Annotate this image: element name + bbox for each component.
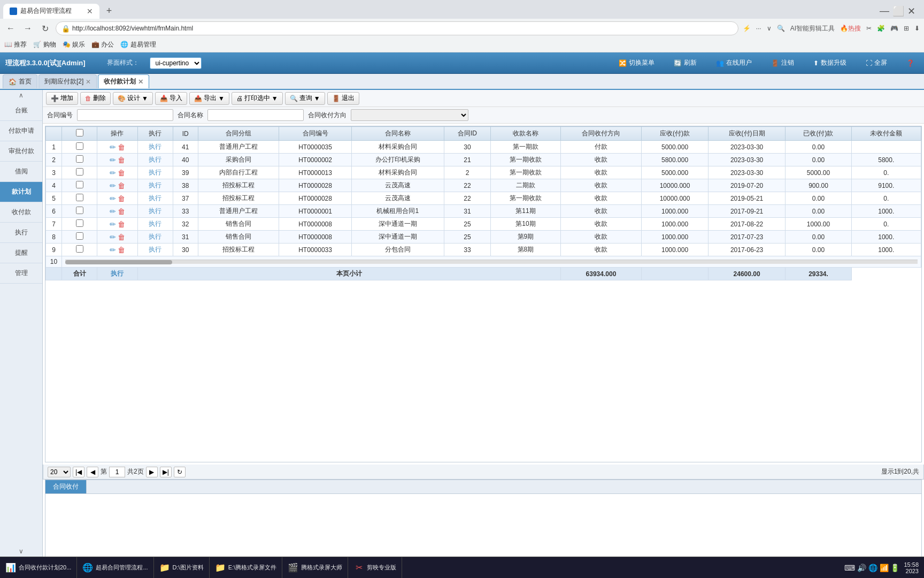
row-delete-8[interactable]: 🗑	[118, 233, 125, 241]
sidebar-item-payment-apply[interactable]: 付款申请	[0, 121, 42, 141]
row-checkbox-6[interactable]	[62, 205, 97, 218]
prev-page-button[interactable]: ◀	[87, 467, 98, 477]
download-icon[interactable]: ⬇	[914, 25, 920, 32]
row-delete-2[interactable]: 🗑	[118, 156, 125, 164]
row-checkbox-1[interactable]	[62, 141, 97, 154]
row-checkbox-5[interactable]	[62, 192, 97, 205]
print-selected-button[interactable]: 🖨 打印选中 ▼	[232, 92, 283, 105]
row-delete-4[interactable]: 🗑	[118, 181, 125, 190]
import-button[interactable]: 📥 导入	[155, 92, 187, 105]
sidebar-item-manage[interactable]: 管理	[0, 263, 42, 284]
switch-menu-button[interactable]: 🔀 切换菜单	[614, 57, 659, 69]
row-execute-6[interactable]: 执行	[137, 205, 173, 218]
back-button[interactable]: ←	[4, 22, 17, 35]
bookmark-yule[interactable]: 🎭 娱乐	[63, 40, 85, 49]
bookmark-gouwu[interactable]: 🛒 购物	[33, 40, 56, 49]
add-button[interactable]: ➕ 增加	[46, 92, 78, 105]
extensions-icon[interactable]: 🧩	[877, 25, 885, 32]
refresh-button[interactable]: ↻	[38, 22, 51, 35]
new-tab-button[interactable]: +	[102, 4, 117, 19]
more-button[interactable]: ···	[756, 25, 761, 32]
row-delete-1[interactable]: 🗑	[118, 143, 125, 151]
row-delete-6[interactable]: 🗑	[118, 207, 125, 216]
delete-button[interactable]: 🗑 删除	[80, 92, 111, 105]
contract-name-input[interactable]	[207, 109, 304, 121]
row-delete-5[interactable]: 🗑	[118, 194, 125, 203]
row-execute-2[interactable]: 执行	[137, 154, 173, 166]
sidebar-item-execute[interactable]: 执行	[0, 223, 42, 243]
minimize-button[interactable]: —	[880, 5, 889, 17]
edit-icon-3[interactable]: ✏	[110, 169, 116, 177]
row-execute-9[interactable]: 执行	[137, 244, 173, 256]
contract-no-input[interactable]	[77, 109, 173, 121]
tab-due-payment-close[interactable]: ✕	[86, 78, 91, 86]
search-icon[interactable]: 🔍	[777, 25, 785, 32]
page-size-select[interactable]: 20 50 100	[48, 467, 71, 477]
row-execute-8[interactable]: 执行	[137, 231, 173, 244]
total-execute[interactable]: 执行	[97, 268, 138, 280]
forward-button[interactable]: →	[21, 22, 34, 35]
sidebar-item-ledger[interactable]: 台账	[0, 101, 42, 121]
scissors-icon[interactable]: ✂	[866, 25, 872, 32]
edit-icon-2[interactable]: ✏	[110, 156, 116, 164]
row-delete-3[interactable]: 🗑	[118, 169, 125, 177]
query-button[interactable]: 🔍 查询 ▼	[285, 92, 325, 105]
first-page-button[interactable]: |◀	[73, 467, 84, 477]
sidebar-item-remind[interactable]: 提醒	[0, 243, 42, 263]
expand-button[interactable]: ∨	[767, 25, 772, 32]
payment-direction-select[interactable]: 付款 收款	[351, 109, 468, 121]
tab-home[interactable]: 🏠 首页	[3, 74, 37, 88]
tab-payment-plan[interactable]: 收付款计划 ✕	[98, 74, 149, 88]
data-upgrade-button[interactable]: ⬆ 数据升级	[809, 57, 851, 69]
browser-tab[interactable]: 超易合同管理流程 ✕	[3, 4, 99, 19]
sidebar-item-borrow[interactable]: 借阅	[0, 162, 42, 182]
row-execute-4[interactable]: 执行	[137, 179, 173, 192]
edit-icon-8[interactable]: ✏	[110, 233, 116, 241]
row-execute-7[interactable]: 执行	[137, 218, 173, 231]
taskbar-item-browser[interactable]: 🌐 超易合同管理流程...	[77, 557, 153, 579]
fullscreen-button[interactable]: ⛶ 全屏	[861, 57, 891, 69]
online-users-button[interactable]: 👥 在线用户	[712, 57, 756, 69]
design-button[interactable]: 🎨 设计 ▼	[113, 92, 153, 105]
edit-icon-6[interactable]: ✏	[110, 207, 116, 216]
row-checkbox-2[interactable]	[62, 154, 97, 166]
row-checkbox-7[interactable]	[62, 218, 97, 231]
lightning-icon[interactable]: ⚡	[743, 25, 751, 32]
sidebar-item-collection[interactable]: 收付款	[0, 202, 42, 223]
export-button[interactable]: 📤 导出 ▼	[189, 92, 229, 105]
taskbar-item-recorder[interactable]: 🎬 腾格式录屏大师	[282, 557, 348, 579]
style-select[interactable]: ui-cupertino	[150, 57, 202, 69]
hot-icon[interactable]: 🔥热搜	[840, 24, 861, 33]
close-window-button[interactable]: ✕	[907, 5, 915, 17]
row-checkbox-8[interactable]	[62, 231, 97, 244]
ai-tool-label[interactable]: AI智能剪辑工具	[790, 24, 835, 33]
bookmark-tuijian[interactable]: 📖 推荐	[4, 40, 27, 49]
tab-due-payment[interactable]: 到期应付款[2] ✕	[38, 74, 97, 88]
maximize-button[interactable]: ⬜	[892, 5, 904, 17]
sidebar-collapse-1[interactable]: ∨	[0, 546, 42, 557]
address-bar[interactable]: 🔒 http://localhost:8092/viewhtml/fmMain.…	[56, 21, 738, 35]
row-delete-7[interactable]: 🗑	[118, 220, 125, 229]
taskbar-item-folder1[interactable]: 📁 D:\图片资料	[154, 557, 210, 579]
page-number-input[interactable]	[109, 467, 125, 477]
sidebar-item-approve-payment[interactable]: 审批付款	[0, 141, 42, 162]
next-page-button[interactable]: ▶	[146, 467, 158, 477]
sub-panel-tab-contract-payment[interactable]: 合同收付	[45, 480, 87, 493]
edit-icon-1[interactable]: ✏	[110, 143, 116, 151]
help-button[interactable]: ❓	[902, 58, 919, 68]
logout-button[interactable]: 🚪 注销	[767, 57, 798, 69]
row-checkbox-3[interactable]	[62, 166, 97, 179]
sidebar-collapse-top[interactable]: ∧	[0, 90, 42, 101]
grid-icon[interactable]: ⊞	[904, 25, 909, 32]
row-delete-9[interactable]: 🗑	[118, 246, 125, 254]
refresh-app-button[interactable]: 🔄 刷新	[669, 57, 701, 69]
edit-icon-7[interactable]: ✏	[110, 220, 116, 229]
edit-icon-5[interactable]: ✏	[110, 194, 116, 203]
quit-button[interactable]: 🚪 退出	[327, 92, 359, 105]
edit-icon-4[interactable]: ✏	[110, 181, 116, 190]
taskbar-item-folder2[interactable]: 📁 E:\腾格式录屏文件	[210, 557, 282, 579]
edit-icon-9[interactable]: ✏	[110, 246, 116, 254]
row-execute-5[interactable]: 执行	[137, 192, 173, 205]
bookmark-chaoyiguanli[interactable]: 🌐 超易管理	[120, 40, 156, 49]
refresh-page-button[interactable]: ↻	[174, 467, 186, 477]
